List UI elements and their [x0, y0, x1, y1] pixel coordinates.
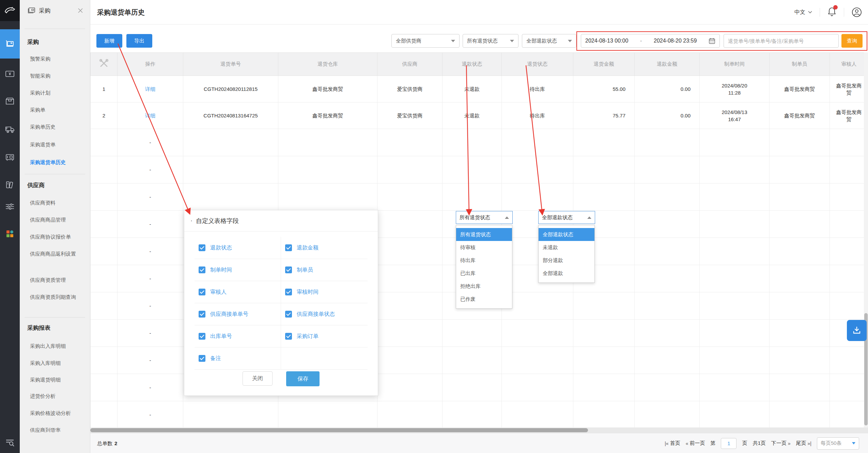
- sidebar-item-purchase-return-history[interactable]: 采购退货单历史: [30, 159, 87, 166]
- sidebar-item-purchase-price-analysis[interactable]: 进货价分析: [30, 392, 87, 400]
- refund-status-filter-select[interactable]: 全部退款状态: [522, 34, 576, 48]
- horizontal-scrollbar-thumb[interactable]: [90, 428, 588, 432]
- checkbox-checked-icon: [199, 333, 205, 340]
- rail-item-procurement[interactable]: [0, 29, 20, 59]
- rail-item-safe[interactable]: [0, 146, 20, 169]
- dropdown-option-not-refunded[interactable]: 未退款: [539, 241, 594, 254]
- field-checkbox-purchase-order[interactable]: 采购订单: [281, 325, 368, 347]
- sidebar-title: 采购: [39, 7, 78, 15]
- dropdown-option-full-refund[interactable]: 全部退款: [539, 267, 594, 280]
- rail-item-finance[interactable]: [0, 62, 20, 86]
- field-checkbox-refund-status[interactable]: 退款状态: [195, 237, 281, 259]
- notifications-button[interactable]: [827, 7, 836, 18]
- sidebar-item-supplier-qualification[interactable]: 供应商资质管理: [30, 276, 87, 284]
- fox-logo-icon: [4, 6, 16, 15]
- close-icon[interactable]: [78, 8, 83, 13]
- rail-item-apps[interactable]: [0, 222, 20, 246]
- sidebar-header: 采购: [20, 0, 90, 21]
- sidebar-item-purchase-order-history[interactable]: 采购单历史: [30, 123, 87, 130]
- sidebar-item-purchase-in-detail[interactable]: 采购入库明细: [30, 359, 87, 367]
- table-row-empty: -: [91, 156, 868, 183]
- last-page-button[interactable]: 尾页 »|: [796, 440, 811, 447]
- sidebar-item-purchase-return-detail[interactable]: 采购退货明细: [30, 376, 87, 383]
- cell-empty-placeholder: -: [118, 320, 183, 347]
- icon-rail: [0, 0, 20, 453]
- search-input[interactable]: [724, 34, 839, 48]
- dropdown-option-outbound-done[interactable]: 已出库: [456, 267, 512, 280]
- vertical-scrollbar[interactable]: [864, 52, 868, 427]
- export-button[interactable]: 导出: [126, 34, 152, 48]
- sidebar-item-price-fluctuation-analysis[interactable]: 采购价格波动分析: [30, 409, 87, 417]
- checkbox-checked-icon: [285, 266, 292, 273]
- sidebar-item-supplier-info[interactable]: 供应商资料: [30, 199, 87, 206]
- header-return-amount: 退货金额: [573, 53, 635, 76]
- caret-down-icon: [852, 442, 855, 444]
- dropdown-option-pending-audit[interactable]: 待审核: [456, 241, 512, 254]
- cell-warehouse: 鑫哥批发商贸: [278, 102, 377, 129]
- sidebar-item-purchase-inout-detail[interactable]: 采购出入库明细: [30, 342, 87, 350]
- sidebar-item-alert-purchase[interactable]: 预警采购: [30, 55, 87, 62]
- column-settings-header[interactable]: [91, 53, 118, 76]
- sidebar-item-purchase-plan[interactable]: 采购计划: [30, 89, 87, 96]
- field-checkbox-audit-time[interactable]: 审核时间: [281, 281, 368, 303]
- return-status-dropdown-trigger[interactable]: 所有退货状态: [456, 211, 513, 224]
- rail-item-settings[interactable]: [0, 195, 20, 219]
- refund-status-dropdown-trigger[interactable]: 全部退款状态: [538, 211, 595, 224]
- page-number-input[interactable]: [721, 438, 737, 449]
- sidebar-item-supplier-rebate[interactable]: 供应商商品返利设置: [30, 250, 87, 257]
- field-checkbox-outbound-no[interactable]: 出库单号: [195, 325, 281, 347]
- dropdown-option-pending-outbound[interactable]: 待出库: [456, 254, 512, 267]
- field-checkbox-refund-amount[interactable]: 退款金额: [281, 237, 368, 259]
- sidebar-clip: [20, 432, 90, 453]
- sidebar-item-purchase-order[interactable]: 采购单: [30, 106, 87, 113]
- add-button[interactable]: 新增: [96, 34, 122, 48]
- sidebar-item-purchase-return[interactable]: 采购退货单: [30, 141, 87, 148]
- header-supplier: 供应商: [377, 53, 443, 76]
- language-switcher[interactable]: 中文: [794, 9, 812, 16]
- supplier-filter-select[interactable]: 全部供货商: [391, 34, 460, 48]
- detail-link[interactable]: 详细: [145, 113, 155, 118]
- rail-item-search-menu[interactable]: [0, 431, 20, 453]
- total-count-value: 2: [114, 440, 117, 446]
- sidebar-item-supplier-quotation[interactable]: 供应商协议报价单: [30, 233, 87, 240]
- rail-item-inventory[interactable]: [0, 89, 20, 113]
- cell-created-at: 2024/08/13 16:47: [700, 102, 770, 129]
- dropdown-option-partial-refund[interactable]: 部分退款: [539, 254, 594, 267]
- sidebar-item-supplier-qualification-expiry[interactable]: 供应商资质到期查询: [30, 293, 87, 301]
- field-checkbox-creator[interactable]: 制单员: [281, 259, 368, 281]
- page-size-select[interactable]: 每页50条: [817, 437, 859, 450]
- sidebar-item-supplier-goods[interactable]: 供应商商品管理: [30, 216, 87, 223]
- modal-close-button[interactable]: 关闭: [243, 371, 273, 386]
- rail-item-reports[interactable]: [0, 173, 20, 197]
- query-button[interactable]: 查询: [841, 34, 863, 48]
- dropdown-option-all-refund-status[interactable]: 全部退款状态: [539, 228, 594, 241]
- cell-empty-placeholder: -: [118, 347, 183, 374]
- field-checkbox-supplier-accept-status[interactable]: 供应商接单状态: [281, 303, 368, 325]
- date-separator: -: [640, 38, 642, 44]
- horizontal-scrollbar[interactable]: [90, 427, 868, 433]
- detail-link[interactable]: 详细: [145, 86, 155, 92]
- footer-bar: 总单数2 |« 首页 « 前一页 第 页 共1页 下一页 » 尾页 »|: [90, 433, 868, 453]
- sidebar-item-smart-purchase[interactable]: 智能采购: [30, 72, 87, 79]
- first-page-button[interactable]: |« 首页: [665, 440, 680, 447]
- next-page-button[interactable]: 下一页 »: [771, 440, 791, 447]
- dropdown-option-voided[interactable]: 已作废: [456, 293, 512, 306]
- refund-status-dropdown-value: 全部退款状态: [542, 214, 573, 221]
- field-checkbox-auditor[interactable]: 审核人: [195, 281, 281, 303]
- field-checkbox-supplier-accept-no[interactable]: 供应商接单单号: [195, 303, 281, 325]
- modal-save-button[interactable]: 保存: [286, 371, 320, 386]
- date-range-picker[interactable]: 2024-08-13 00:00 - 2024-08-20 23:59: [581, 34, 720, 48]
- download-fab-button[interactable]: [847, 320, 867, 341]
- account-icon[interactable]: [852, 7, 862, 17]
- dropdown-option-outbound-rejected[interactable]: 拒绝出库: [456, 280, 512, 293]
- dropdown-option-all-return-status[interactable]: 所有退货状态: [456, 228, 512, 241]
- field-checkbox-created-at[interactable]: 制单时间: [195, 259, 281, 281]
- rail-item-delivery[interactable]: [0, 117, 20, 141]
- field-checkbox-remark[interactable]: 备注: [195, 347, 281, 370]
- divider: [25, 317, 85, 318]
- modal-title: 自定义表格字段: [196, 217, 239, 225]
- return-status-filter-select[interactable]: 所有退货状态: [463, 34, 518, 48]
- cell-empty-placeholder: -: [118, 183, 183, 211]
- caret-down-icon: [568, 40, 572, 42]
- prev-page-button[interactable]: « 前一页: [686, 440, 705, 447]
